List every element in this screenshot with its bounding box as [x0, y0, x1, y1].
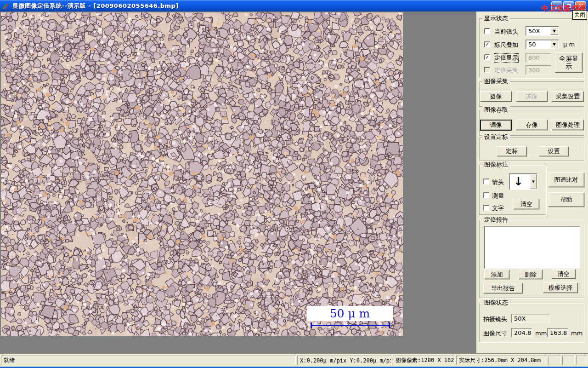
group-calibration: 设置定标 定标 设置: [479, 137, 584, 161]
status-ready: 就绪: [1, 356, 296, 365]
group-capture: 图像采集 摄像 冻像 采集设置: [479, 81, 584, 107]
dropdown-arrow-icon[interactable]: ▼: [530, 174, 537, 189]
arrow-checkbox[interactable]: [483, 178, 489, 184]
shooting-lens-label: 拍摄镜头: [483, 315, 507, 323]
ruler-value: 50: [528, 41, 536, 48]
dropdown-arrow-icon[interactable]: ▼: [550, 27, 558, 35]
group-report: 定倍报告 添加 删除 清空 导出报告 模板选择: [479, 220, 584, 298]
ruler-value-dropdown[interactable]: 50 ▼: [526, 40, 559, 49]
fixed-capture-checkbox: [484, 67, 490, 73]
group-image-status: 图像状态 拍摄镜头 50X 图像尺寸 204.8 mm 163.8 mm: [479, 303, 584, 342]
dropdown-arrow-icon[interactable]: ▼: [550, 40, 558, 48]
current-lens-label: 当前镜头: [494, 28, 518, 36]
status-bar: 就绪 X:0.200μ m/pix Y:0.200μ m/pix 图像像素:12…: [0, 353, 588, 367]
current-lens-dropdown[interactable]: 50X ▼: [526, 26, 559, 36]
help-button[interactable]: 帮助: [548, 192, 584, 207]
micrograph-image[interactable]: [1, 12, 403, 336]
scale-bar-line: [311, 325, 390, 326]
group-title: 定倍报告: [482, 216, 510, 224]
settings-button[interactable]: 设置: [539, 146, 569, 156]
save-image-button[interactable]: 存像: [516, 120, 548, 130]
ruler-overlay-label: 标尺叠加: [494, 41, 518, 49]
report-clear-button[interactable]: 清空: [552, 269, 576, 279]
app-window: 显微图像定倍系统--演示版 - [20090602055646.bmp] 中卫仪…: [0, 0, 588, 368]
status-empty-2: [562, 356, 575, 365]
current-lens-value: 50X: [528, 28, 540, 34]
image-viewport: 50 μ m: [0, 12, 476, 353]
fullscreen-button[interactable]: 全屏显示: [555, 52, 582, 73]
text-checkbox[interactable]: [483, 205, 489, 211]
template-select-button[interactable]: 模板选择: [543, 282, 578, 293]
load-image-button[interactable]: 调像: [480, 120, 512, 131]
image-processing-button[interactable]: 图像处理: [552, 120, 584, 130]
height-unit-label: mm: [571, 330, 582, 337]
status-image-pixels: 图像像素:1280 X 1024: [393, 356, 455, 365]
arrow-label: 箭头: [492, 178, 504, 186]
ruler-unit-label: μ m: [563, 41, 575, 48]
image-size-label: 图像尺寸: [483, 329, 507, 338]
ruler-overlay-checkbox[interactable]: ✓: [484, 41, 490, 47]
status-actual-size: 实际尺寸:256.0mm X 204.8mm: [456, 356, 547, 365]
measure-label: 测量: [492, 192, 504, 200]
close-tooltip: 关闭: [572, 10, 587, 20]
group-title: 图像采集: [482, 78, 510, 85]
fixed-capture-label: 定倍采集: [494, 66, 518, 75]
arrow-style-icon: ↓: [514, 174, 523, 189]
image-width-value: 204.8: [511, 328, 532, 337]
width-unit-label: mm: [535, 330, 547, 337]
capture-settings-button[interactable]: 采集设置: [552, 91, 584, 102]
report-delete-button[interactable]: 删除: [519, 270, 543, 279]
text-label: 文字: [492, 204, 504, 213]
measure-checkbox[interactable]: [483, 192, 489, 198]
group-storage: 图像存取 调像 存像 图像处理: [479, 110, 584, 136]
fixed-display-label[interactable]: 定倍显示: [494, 54, 518, 62]
fixed-capture-input: 300: [526, 65, 551, 75]
fixed-display-checkbox[interactable]: ✓: [484, 54, 490, 60]
arrow-style-combo[interactable]: ↓ ▼: [509, 173, 537, 190]
status-empty-1: [548, 356, 561, 365]
image-height-value: 163.8: [547, 328, 568, 337]
report-add-button[interactable]: 添加: [484, 270, 509, 279]
window-title: 显微图像定倍系统--演示版 - [20090602055646.bmp]: [12, 2, 179, 10]
group-title: 图像状态: [482, 299, 510, 306]
group-title: 设置定标: [482, 133, 510, 141]
status-empty-3: [576, 356, 587, 365]
calibrate-button[interactable]: 定标: [497, 146, 527, 156]
group-annotation: 图像标注 箭头 测量 文字 ↓ ▼ 清空: [479, 165, 546, 215]
group-title: 显示状态: [482, 15, 510, 22]
titlebar: 显微图像定倍系统--演示版 - [20090602055646.bmp] 中卫仪…: [0, 0, 588, 12]
app-icon: [2, 2, 10, 10]
group-title: 图像存取: [482, 106, 510, 114]
capture-video-button[interactable]: 摄像: [480, 91, 512, 102]
freeze-button: 冻像: [516, 91, 548, 102]
shooting-lens-value: 50X: [511, 314, 550, 323]
atlas-compare-button[interactable]: 图谱比对: [548, 172, 584, 187]
group-title: 图像标注: [482, 161, 510, 168]
export-report-button[interactable]: 导出报告: [483, 283, 523, 293]
report-listbox[interactable]: [484, 226, 580, 269]
annotation-clear-button[interactable]: 清空: [514, 199, 539, 209]
scale-bar-label: 50 μ m: [307, 306, 393, 321]
status-pixel-scale: X:0.200μ m/pix Y:0.200μ m/pix: [297, 356, 391, 365]
group-display-status: 显示状态 当前镜头 50X ▼ ✓ 标尺叠加 50 ▼ μ m ✓ 定倍显示 8…: [479, 18, 584, 78]
fixed-display-input: 800: [526, 53, 551, 63]
current-lens-checkbox[interactable]: [484, 28, 490, 34]
control-panel: 显示状态 当前镜头 50X ▼ ✓ 标尺叠加 50 ▼ μ m ✓ 定倍显示 8…: [476, 12, 588, 353]
